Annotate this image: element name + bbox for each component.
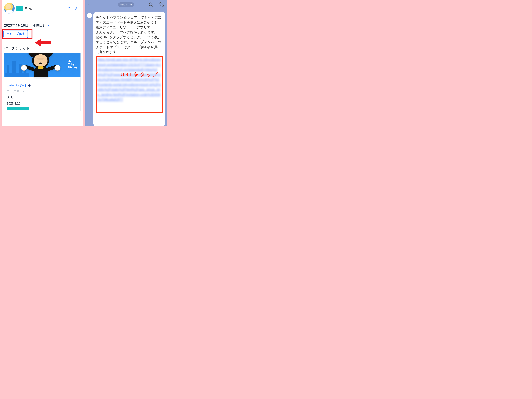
diamond-icon: [28, 84, 31, 87]
svg-point-0: [149, 3, 152, 6]
ticket-banner: TokyoDisneyl: [4, 53, 81, 77]
message-text: チケットやプランをシェアしてもっと東京ディズニーリゾートを快適に過ごそう！ 東京…: [96, 15, 163, 54]
chevron-down-icon: ▼: [47, 24, 50, 27]
svg-line-1: [152, 5, 153, 6]
selected-date: 2023年4月10日（月曜日）: [4, 23, 46, 28]
username-suffix: さん: [24, 6, 32, 11]
annotation-url-highlight: https://siyp6.app.goo.gl/?ibi=jp.tokyodi…: [96, 56, 163, 113]
brand-logo: TokyoDisneyl: [68, 58, 78, 69]
ticket-date: 2023.4.10: [7, 102, 78, 105]
chat-date-badge: 06/24 Thu: [118, 2, 134, 7]
passport-type: １デーパスポート: [7, 84, 27, 87]
back-icon[interactable]: ‹: [88, 2, 90, 8]
username-mask: [16, 6, 23, 11]
age-category: 大人: [7, 96, 78, 100]
park-ticket-card[interactable]: TokyoDisneyl １デーパスポート ニックネーム 大人 2023.4.1…: [4, 53, 81, 111]
id-mask: [7, 107, 29, 110]
user-settings-link[interactable]: ユーザー: [68, 6, 81, 10]
nickname-label: ニックネーム: [7, 89, 78, 93]
date-selector[interactable]: 2023年4月10日（月曜日） ▼: [2, 23, 83, 28]
profile-header: さん ユーザー: [2, 0, 83, 18]
mickey-illustration: [25, 53, 56, 81]
disney-app-screen: さん ユーザー 2023年4月10日（月曜日） ▼ グループ作成 パークチケット…: [2, 0, 83, 126]
chat-bubble[interactable]: チケットやプランをシェアしてもっと東京ディズニーリゾートを快適に過ごそう！ 東京…: [93, 12, 165, 126]
annotation-label: URLをタップ: [120, 70, 158, 78]
phone-icon[interactable]: [158, 2, 164, 7]
avatar[interactable]: [4, 3, 15, 13]
line-chat-screen: ‹ 06/24 Thu チケットやプランをシェアしてもっと東京ディズニーリゾート…: [85, 0, 167, 126]
search-icon[interactable]: [148, 2, 154, 7]
invite-url-link[interactable]: https://siyp6.app.goo.gl/?ibi=jp.tokyodi…: [97, 57, 161, 102]
annotation-arrow: [35, 39, 51, 47]
create-group-button[interactable]: グループ作成: [3, 30, 28, 38]
sender-avatar[interactable]: [87, 13, 92, 18]
